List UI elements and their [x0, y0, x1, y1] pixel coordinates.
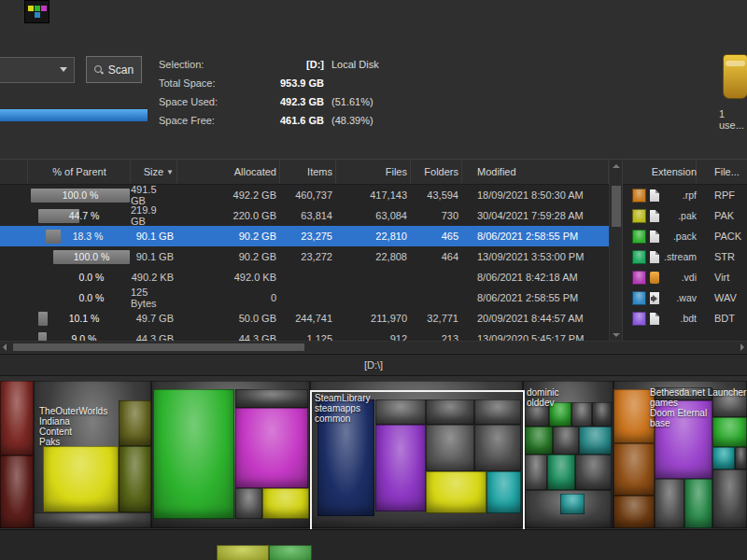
col-extension[interactable]: Extension	[623, 160, 697, 184]
vertical-scrollbar[interactable]	[609, 159, 623, 342]
col-folders[interactable]: Folders	[411, 160, 462, 184]
treemap-block[interactable]	[375, 399, 426, 425]
scan-button[interactable]: Scan	[86, 56, 142, 83]
treemap-block[interactable]	[712, 469, 747, 528]
table-row[interactable]: 100.0 %491.5 GB492.2 GB460,737417,14343,…	[0, 185, 609, 205]
treemap-block[interactable]	[655, 479, 684, 528]
app-icon	[24, 0, 49, 23]
table-row[interactable]: 100.0 %90.1 GB90.2 GB23,27222,80846413/0…	[0, 246, 609, 267]
treemap-block[interactable]	[43, 446, 119, 512]
table-row[interactable]: 0.0 %125 Bytes08/06/2021 2:58:55 PM	[0, 287, 609, 308]
horizontal-scrollbar[interactable]	[0, 341, 747, 353]
bottom-treemap-fragment	[217, 545, 269, 560]
col-items[interactable]: Items	[280, 160, 336, 184]
treemap-block[interactable]	[547, 455, 575, 490]
size-cell: 125 Bytes	[131, 287, 177, 308]
app-icon-tile	[35, 6, 40, 11]
allocated-cell: 220.0 GB	[177, 205, 280, 226]
file-type-icon	[650, 251, 659, 263]
modified-cell: 13/09/2021 3:53:00 PM	[462, 246, 609, 267]
size-cell: 44.3 GB	[131, 329, 177, 342]
col-allocated[interactable]: Allocated	[177, 160, 280, 184]
treemap-block[interactable]	[655, 400, 712, 479]
treemap-block[interactable]	[525, 427, 553, 455]
treemap-block[interactable]	[735, 447, 747, 469]
treemap-block[interactable]	[426, 425, 474, 471]
donate-icon[interactable]	[723, 54, 747, 99]
extension-file-type: RPF	[714, 189, 747, 201]
treemap-block[interactable]	[262, 488, 309, 519]
extension-row[interactable]: .bdtBDT	[623, 308, 747, 329]
treemap-block[interactable]	[553, 427, 579, 455]
treemap-block[interactable]	[525, 455, 547, 490]
selection-label: Selection:	[159, 59, 245, 70]
table-row[interactable]: 10.1 %49.7 GB50.0 GB244,741211,97032,771…	[0, 308, 609, 329]
percent-label: 0.0 %	[53, 291, 130, 305]
extension-row[interactable]: .wavWAV	[623, 287, 747, 308]
table-row[interactable]: 18.3 %90.1 GB90.2 GB23,27522,8104658/06/…	[0, 226, 609, 246]
items-cell	[280, 287, 336, 308]
treemap-block[interactable]	[375, 425, 426, 511]
treemap-block[interactable]	[34, 512, 151, 528]
extension-row[interactable]: .packPACK	[623, 226, 747, 246]
treemap-block[interactable]	[0, 455, 34, 528]
treemap-block[interactable]	[579, 427, 612, 455]
treemap-block[interactable]	[235, 488, 262, 519]
files-cell: 22,810	[336, 226, 411, 246]
vertical-scrollbar-thumb[interactable]	[612, 186, 621, 227]
space-used-row: Space Used: 492.3 GB (51.61%)	[159, 92, 551, 111]
extension-row[interactable]: .pakPAK	[623, 205, 747, 226]
table-row[interactable]: 0.0 %490.2 KB492.0 KB8/06/2021 8:42:18 A…	[0, 267, 609, 287]
treemap-block[interactable]	[571, 402, 592, 427]
treemap-block[interactable]	[613, 389, 655, 443]
treemap-block[interactable]	[684, 479, 712, 528]
extension-row[interactable]: .vdiVirt	[623, 267, 747, 287]
extension-header: Extension File...	[623, 160, 747, 185]
treemap-block[interactable]	[712, 389, 747, 417]
treemap-block[interactable]	[655, 387, 712, 400]
extension-row[interactable]: .rpfRPF	[623, 185, 747, 205]
allocated-cell: 44.3 GB	[177, 329, 280, 342]
treemap-block[interactable]	[560, 494, 585, 514]
table-row[interactable]: 9.0 %44.3 GB44.3 GB1,12591221313/09/2020…	[0, 329, 609, 342]
treemap-block[interactable]	[549, 402, 571, 427]
files-cell: 63,084	[336, 205, 411, 226]
treemap-block[interactable]	[119, 446, 151, 512]
treemap-block[interactable]	[426, 471, 486, 513]
items-cell	[280, 267, 336, 287]
total-space-row: Total Space: 953.9 GB	[159, 74, 551, 92]
extension-color-swatch	[632, 230, 646, 244]
treemap-block[interactable]	[235, 389, 308, 408]
selection-row: Selection: [D:] Local Disk	[159, 55, 551, 74]
horizontal-scrollbar-thumb[interactable]	[13, 343, 304, 351]
col-file-type[interactable]: File...	[697, 166, 740, 177]
drive-select-dropdown[interactable]	[0, 57, 75, 83]
treemap-block[interactable]	[119, 400, 151, 446]
treemap-block[interactable]	[474, 425, 521, 471]
treemap-block[interactable]	[0, 381, 34, 455]
table-row[interactable]: 44.7 %219.9 GB220.0 GB63,81463,08473030/…	[0, 205, 609, 226]
treemap-block[interactable]	[712, 417, 747, 447]
treemap-block[interactable]	[317, 399, 374, 516]
treemap-block[interactable]	[235, 408, 308, 488]
treemap-block[interactable]	[486, 471, 521, 513]
col-modified[interactable]: Modified	[462, 160, 609, 184]
treemap-block[interactable]	[474, 399, 521, 425]
col-size[interactable]: Size▼	[131, 160, 177, 184]
chevron-down-icon	[60, 67, 67, 72]
extension-row[interactable]: .streamSTR	[623, 246, 747, 267]
treemap-block[interactable]	[613, 443, 655, 496]
treemap-block[interactable]	[613, 496, 655, 528]
col-percent-of-parent[interactable]: % of Parent	[28, 160, 131, 184]
percent-of-parent-cell: 44.7 %	[28, 205, 131, 226]
treemap-block[interactable]	[592, 402, 612, 427]
treemap-block[interactable]	[153, 389, 234, 519]
treemap-block[interactable]	[426, 399, 474, 425]
extension-file-type: PAK	[714, 210, 747, 221]
treemap-block[interactable]	[525, 402, 549, 427]
toolbar: Scan Selection: [D:] Local Disk Total Sp…	[0, 51, 747, 159]
treemap-block[interactable]	[575, 455, 612, 490]
modified-cell: 20/09/2021 8:44:57 AM	[462, 308, 609, 329]
treemap-block[interactable]	[712, 447, 735, 469]
col-files[interactable]: Files	[336, 160, 411, 184]
